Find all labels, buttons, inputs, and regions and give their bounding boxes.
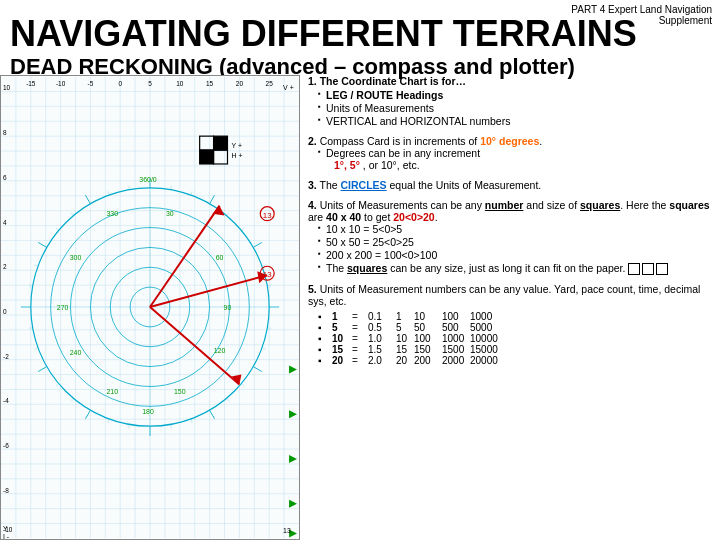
section-2-title: 2. Compass Card is in increments of 10° … — [308, 135, 713, 147]
svg-text:10: 10 — [3, 84, 11, 91]
svg-text:330: 330 — [106, 210, 118, 217]
svg-text:-8: -8 — [3, 487, 9, 494]
svg-text:0: 0 — [3, 308, 7, 315]
list-item: LEG / ROUTE Headings — [318, 89, 713, 101]
svg-text:6: 6 — [3, 174, 7, 181]
svg-text:-2: -2 — [3, 353, 9, 360]
svg-text:-4: -4 — [3, 397, 9, 404]
svg-text:V +: V + — [283, 84, 294, 91]
svg-rect-95 — [200, 150, 214, 164]
svg-text:13: 13 — [263, 270, 272, 279]
table-row: ▪ 15 = 1.5 15 150 1500 15000 — [318, 344, 506, 355]
section-2: 2. Compass Card is in increments of 10° … — [308, 135, 713, 171]
section-2-list: Degrees can be in any increment 1°, 5° ,… — [308, 147, 713, 171]
svg-text:I -: I - — [3, 533, 9, 539]
svg-text:300: 300 — [70, 254, 82, 261]
svg-text:-5: -5 — [88, 80, 94, 87]
svg-text:15: 15 — [206, 80, 214, 87]
table-row: ▪ 20 = 2.0 20 200 2000 20000 — [318, 355, 506, 366]
section-3-title: 3. The CIRCLES equal the Units of Measur… — [308, 179, 713, 191]
content-area: 1. The Coordinate Chart is for… LEG / RO… — [308, 75, 713, 540]
list-item: Degrees can be in any increment 1°, 5° ,… — [318, 147, 713, 171]
svg-text:2: 2 — [3, 263, 7, 270]
svg-text:60: 60 — [216, 254, 224, 261]
svg-text:120: 120 — [214, 347, 226, 354]
header-line2: Supplement — [659, 15, 712, 26]
svg-text:210: 210 — [106, 388, 118, 395]
list-item: 10 x 10 = 5<0>5 — [318, 223, 713, 235]
svg-text:Y +: Y + — [231, 142, 241, 149]
coordinate-chart: 360/0 30 60 90 120 150 180 210 240 270 3… — [0, 75, 300, 540]
svg-text:-10: -10 — [56, 80, 66, 87]
list-item: VERTICAL and HORIZONTAL numbers — [318, 115, 713, 127]
section-1-list: LEG / ROUTE Headings Units of Measuremen… — [308, 89, 713, 127]
section-5: 5. Units of Measurement numbers can be a… — [308, 283, 713, 366]
svg-text:180: 180 — [142, 408, 154, 415]
svg-text:4: 4 — [3, 219, 7, 226]
section-1: 1. The Coordinate Chart is for… LEG / RO… — [308, 75, 713, 127]
section-5-table: ▪ 1 = 0.1 1 10 100 1000 ▪ 5 = 0.5 — [318, 311, 713, 366]
svg-text:8: 8 — [3, 129, 7, 136]
svg-text:13: 13 — [263, 211, 272, 220]
section-5-title: 5. Units of Measurement numbers can be a… — [308, 283, 713, 307]
svg-text:Y: Y — [3, 525, 8, 532]
section-4-title: 4. Units of Measurements can be any numb… — [308, 199, 713, 223]
svg-text:270: 270 — [57, 304, 69, 311]
list-item: 200 x 200 = 100<0>100 — [318, 249, 713, 261]
svg-text:30: 30 — [166, 210, 174, 217]
section-1-title: 1. The Coordinate Chart is for… — [308, 75, 713, 87]
svg-text:5: 5 — [148, 80, 152, 87]
svg-text:-15: -15 — [26, 80, 36, 87]
table-row: ▪ 5 = 0.5 5 50 500 5000 — [318, 322, 506, 333]
list-item: The squares can be any size, just as lon… — [318, 262, 713, 275]
svg-text:-6: -6 — [3, 442, 9, 449]
main-title: NAVIGATING DIFFERENT TERRAINS — [10, 14, 637, 54]
svg-text:240: 240 — [70, 349, 82, 356]
svg-text:0: 0 — [118, 80, 122, 87]
svg-rect-94 — [214, 136, 228, 150]
svg-text:90: 90 — [224, 304, 232, 311]
svg-text:13: 13 — [283, 527, 291, 534]
list-item: Units of Measurements — [318, 102, 713, 114]
svg-text:150: 150 — [174, 388, 186, 395]
svg-text:20: 20 — [236, 80, 244, 87]
square-icon — [628, 263, 668, 275]
svg-text:25: 25 — [266, 80, 274, 87]
table-row: ▪ 1 = 0.1 1 10 100 1000 — [318, 311, 506, 322]
section-3: 3. The CIRCLES equal the Units of Measur… — [308, 179, 713, 191]
table-row: ▪ 10 = 1.0 10 100 1000 10000 — [318, 333, 506, 344]
section-4-list: 10 x 10 = 5<0>5 50 x 50 = 25<0>25 200 x … — [308, 223, 713, 275]
svg-text:360/0: 360/0 — [139, 176, 157, 183]
svg-text:H +: H + — [231, 152, 242, 159]
svg-text:10: 10 — [176, 80, 184, 87]
section-4: 4. Units of Measurements can be any numb… — [308, 199, 713, 275]
list-item: 50 x 50 = 25<0>25 — [318, 236, 713, 248]
